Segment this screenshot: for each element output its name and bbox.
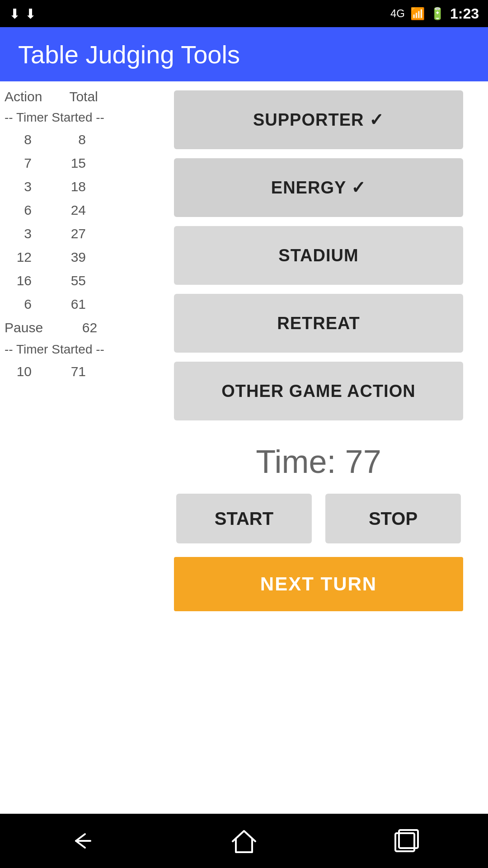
signal-icon: 📶 [410,7,425,21]
log-action-7: 6 [5,293,32,315]
app-bar-title: Table Judging Tools [18,40,240,69]
status-bar-right: 4G 📶 🔋 1:23 [390,5,479,22]
main-content: Action Total -- Timer Started -- 8 8 7 1… [0,81,488,814]
log-total-2: 18 [59,176,86,198]
log-header: Action Total [5,86,145,108]
log-action-4: 3 [5,223,32,245]
back-button[interactable] [68,830,95,852]
other-game-action-button[interactable]: OTHER GAME ACTION [174,362,463,420]
log-total-4: 27 [59,223,86,245]
log-action-8: 10 [5,361,32,382]
log-total-0: 8 [59,129,86,151]
status-bar-left: ⬇ ⬇ [9,6,36,22]
log-total-8: 71 [59,361,86,382]
log-action-2: 3 [5,176,32,198]
stadium-button[interactable]: STADIUM [174,226,463,285]
log-row: 16 55 [5,269,145,292]
log-action-3: 6 [5,199,32,221]
log-total-5: 39 [59,246,86,268]
stop-button[interactable]: STOP [325,494,461,543]
supporter-button[interactable]: SUPPORTER ✓ [174,90,463,149]
next-turn-button[interactable]: NEXT TURN [174,557,463,611]
log-total-7: 61 [59,293,86,315]
status-bar: ⬇ ⬇ 4G 📶 🔋 1:23 [0,0,488,27]
download-icon-1: ⬇ [9,6,20,22]
log-row: 3 18 [5,175,145,198]
log-action-0: 8 [5,129,32,151]
log-total-3: 24 [59,199,86,221]
log-row: 7 15 [5,151,145,175]
home-button[interactable] [230,829,258,854]
log-row: 6 24 [5,198,145,222]
log-total-1: 15 [59,152,86,174]
log-total-pause: 62 [70,317,97,339]
energy-button[interactable]: ENERGY ✓ [174,158,463,217]
bottom-nav [0,814,488,868]
download-icon-2: ⬇ [25,6,36,22]
log-separator-2: -- Timer Started -- [5,340,145,360]
log-row: Pause 62 [5,316,145,340]
log-action-6: 16 [5,270,32,292]
log-row: 6 61 [5,292,145,316]
start-button[interactable]: START [176,494,312,543]
right-panel: SUPPORTER ✓ ENERGY ✓ STADIUM RETREAT OTH… [149,81,488,814]
network-label: 4G [390,7,405,20]
log-row: 12 39 [5,245,145,269]
log-col2-header: Total [69,86,98,108]
log-action-5: 12 [5,246,32,268]
battery-icon: 🔋 [430,7,445,21]
log-col1-header: Action [5,86,42,108]
recents-button[interactable] [393,829,420,854]
log-action-pause: Pause [5,317,43,339]
log-row: 3 27 [5,222,145,245]
retreat-button[interactable]: RETREAT [174,294,463,353]
app-bar: Table Judging Tools [0,27,488,81]
log-panel: Action Total -- Timer Started -- 8 8 7 1… [0,81,149,814]
log-total-6: 55 [59,270,86,292]
log-row: 8 8 [5,128,145,151]
log-separator-1: -- Timer Started -- [5,108,145,128]
timer-controls: START STOP [176,494,461,543]
time-display: Time: 77 [174,443,463,480]
log-row: 10 71 [5,360,145,383]
log-action-1: 7 [5,152,32,174]
status-time: 1:23 [450,5,479,22]
